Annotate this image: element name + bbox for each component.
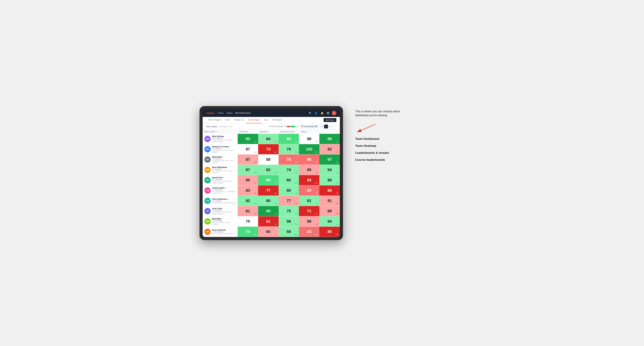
- score-box-p3-s4: 941▲: [320, 165, 340, 175]
- score-value-p6-s2: 77: [287, 198, 291, 203]
- player-cell-4: DFDavid Ford⊕Plus HandicapRoyal North De…: [203, 175, 238, 185]
- player-cell-6: CRChris Robertson⊕1-5 HandicapCraigmilla…: [203, 196, 238, 206]
- page-wrapper: clippd Home Teams My Performance 🔍 👤 🔔 ⚙…: [200, 106, 444, 240]
- table-row[interactable]: CRChris Robertson⊕1-5 HandicapCraigmilla…: [203, 196, 340, 206]
- subnav-pgat-players[interactable]: PGAT Players: [206, 117, 224, 123]
- nav-teams[interactable]: Teams: [226, 112, 232, 114]
- score-cell-p6-s1: 602▲: [258, 196, 278, 206]
- score-cell-p9-s0: 748▲: [238, 227, 258, 237]
- player-club-4: Royal North Devon Golf Club, United King…: [212, 180, 236, 184]
- score-value-p3-s3: 85: [307, 168, 311, 172]
- nav-home[interactable]: Home: [218, 112, 224, 114]
- settings-icon[interactable]: ⚙️: [326, 111, 330, 115]
- score-cell-p4-s3: 8310▼: [299, 175, 320, 185]
- score-cell-p2-s1: 88: [258, 155, 278, 165]
- red-arrow-svg: [355, 123, 376, 133]
- score-cell-p8-s1: 613▼: [258, 216, 278, 226]
- score-value-p1-s1: 73: [266, 147, 270, 152]
- score-value-p5-s3: 83: [307, 188, 311, 193]
- player-club-1: Sunningdale Golf Club, United Kingdom: [212, 149, 236, 153]
- search-icon[interactable]: 🔍: [308, 111, 312, 115]
- player-handicap-7: 1-5 Handicap: [212, 209, 236, 211]
- player-avatar-9: AN: [204, 229, 211, 235]
- score-cell-p4-s2: 803▲: [278, 175, 299, 185]
- player-info-1: Edward Crossman1-5 HandicapSunningdale G…: [212, 146, 236, 153]
- score-value-p0-s2: 85: [287, 137, 291, 141]
- player-name-2: Elliot Ebert: [212, 156, 236, 158]
- annotation-item-dashboard: Team Dashboard: [355, 137, 444, 141]
- player-info-0: Blair McHargPlus HandicapRoyal North Dev…: [212, 135, 236, 143]
- col-around-green[interactable]: Around the Green —: [278, 130, 299, 134]
- player-club-6: Craigmillar Park, United Kingdom: [212, 202, 235, 204]
- player-cell-5: CQCharlie Quick⊕6-10 HandicapSt. George'…: [203, 185, 238, 195]
- score-value-p0-s0: 93: [246, 137, 250, 141]
- nav-my-performance[interactable]: My Performance: [235, 112, 251, 114]
- table-row[interactable]: ANAaron Nicholls11-15 HandicapDrift Golf…: [203, 227, 340, 237]
- score-change-p6-s0: 3▲: [254, 203, 257, 204]
- score-cell-p4-s1: 897▲: [258, 175, 278, 185]
- score-box-p5-s3: 836▼: [299, 185, 320, 195]
- score-cell-p8-s2: 584▲: [278, 216, 299, 226]
- avatar[interactable]: U: [332, 111, 336, 115]
- view-grid-icon[interactable]: ⊞: [320, 125, 324, 128]
- score-box-p7-s0: 813▼: [238, 206, 258, 216]
- score-cell-p5-s3: 836▼: [299, 185, 320, 195]
- subnav-all-players[interactable]: All Players: [270, 117, 284, 123]
- score-value-p6-s0: 82: [246, 198, 250, 203]
- edit-icon[interactable]: ✏️: [230, 126, 232, 127]
- last-rounds-button[interactable]: 📅 Last Rounds: 20: [300, 125, 318, 128]
- table-row[interactable]: DBDave Billingham1-5 HandicapGog Magog G…: [203, 165, 340, 175]
- score-change-p7-s0: 3▼: [254, 213, 257, 215]
- score-change-p9-s1: 1▼: [275, 234, 277, 235]
- player-avatar-1: EC: [204, 146, 211, 152]
- table-row[interactable]: MMMatt Miller6-10 HandicapWoburn Golf Cl…: [203, 216, 340, 227]
- col-off-tee[interactable]: Off the Tee —: [238, 130, 258, 134]
- score-value-p0-s1: 84: [266, 137, 270, 141]
- score-box-p5-s0: 833▼: [238, 185, 258, 195]
- col-approach[interactable]: Approach —: [258, 130, 278, 134]
- view-table-icon[interactable]: ≡: [324, 125, 328, 128]
- nav-links: Home Teams My Performance: [218, 112, 250, 114]
- score-change-p0-s3: 1▼: [316, 141, 318, 143]
- score-change-p9-s3: 21▲: [315, 234, 318, 235]
- table-row[interactable]: EEElliot Ebert1-5 HandicapSunningdale Go…: [203, 155, 340, 165]
- score-box-p0-s3: 881▼: [299, 134, 320, 144]
- player-avatar-4: DF: [204, 177, 211, 183]
- score-change-p5-s3: 6▼: [316, 192, 318, 194]
- subnav-team-clippd[interactable]: Team Clippd: [246, 117, 262, 123]
- player-handicap-9: 11-15 Handicap: [212, 231, 234, 233]
- table-row[interactable]: ECEdward Crossman1-5 HandicapSunningdale…: [203, 144, 340, 155]
- player-club-3: Gog Magog Golf Club, United Kingdom: [212, 170, 236, 173]
- table-row[interactable]: BMBlair McHargPlus HandicapRoyal North D…: [203, 134, 340, 144]
- score-value-p3-s1: 82: [266, 168, 270, 172]
- player-handicap-1: 1-5 Handicap: [212, 148, 236, 149]
- subnav-tour[interactable]: Tour: [262, 117, 270, 123]
- score-cell-p9-s2: 5810▲: [278, 227, 299, 237]
- table-row[interactable]: CQCharlie Quick⊕6-10 HandicapSt. George'…: [203, 185, 340, 196]
- team-name: Team Clippd: [206, 126, 217, 128]
- bar-green: [290, 126, 295, 127]
- subnav-pga[interactable]: PGA: [224, 117, 232, 123]
- col-player-quality[interactable]: Player Quality ▼: [203, 130, 238, 134]
- score-box-p5-s1: 7714▼: [258, 185, 278, 195]
- score-cell-p5-s4: 868▼: [320, 185, 340, 195]
- col-putting[interactable]: Putting —: [299, 130, 320, 134]
- table-row[interactable]: DFDavid Ford⊕Plus HandicapRoyal North De…: [203, 175, 340, 185]
- add-team-button[interactable]: Add Team: [324, 118, 336, 122]
- score-cell-p3-s3: 853▼: [299, 165, 320, 175]
- bell-icon[interactable]: 🔔: [320, 111, 324, 115]
- score-box-p0-s0: 939▲: [238, 134, 258, 144]
- table-row[interactable]: JCJosh Coles1-5 HandicapRoyal North Devo…: [203, 206, 340, 216]
- score-change-p3-s1: 4▲: [275, 172, 277, 173]
- score-cell-p3-s4: 941▲: [320, 165, 340, 175]
- score-box-p4-s4: 963▲: [320, 175, 340, 185]
- person-icon[interactable]: 👤: [314, 111, 318, 115]
- view-download-icon[interactable]: ↓: [332, 125, 336, 128]
- round-change-section: 20 Round Change -5 +5: [269, 126, 298, 127]
- player-avatar-0: BM: [204, 136, 211, 142]
- score-box-p4-s0: 853▼: [238, 175, 258, 185]
- player-name-4: David Ford⊕: [212, 176, 236, 178]
- view-heatmap-icon[interactable]: ⊟: [328, 125, 332, 128]
- round-change-label: 20 Round Change: [269, 126, 283, 127]
- subnav-hcaps[interactable]: Hcaps 1-5: [232, 117, 246, 123]
